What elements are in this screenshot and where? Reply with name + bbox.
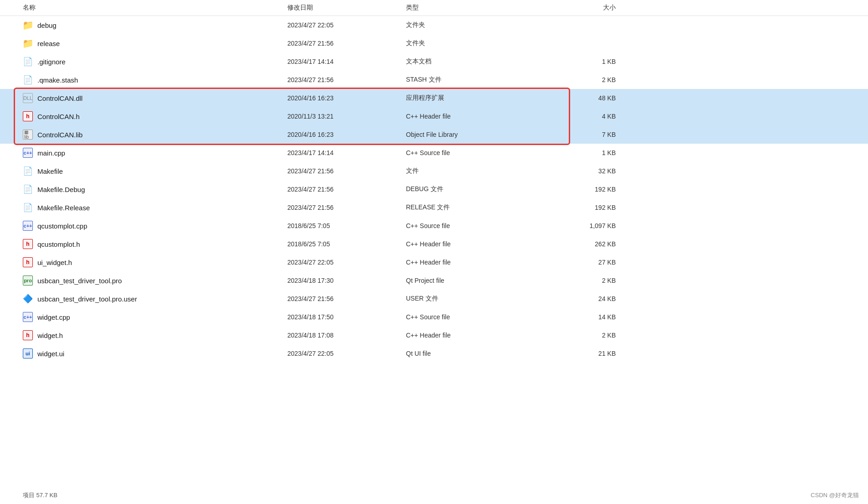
file-name: ui_widget.h [37, 259, 72, 266]
user-icon: 🔷 [23, 294, 33, 304]
file-size: 14 KB [534, 313, 625, 321]
table-row[interactable]: h widget.h 2023/4/18 17:08 C++ Header fi… [0, 326, 868, 344]
file-name-cell: 📄 Makefile.Release [23, 203, 287, 213]
file-size: 21 KB [534, 350, 625, 357]
file-size: 2 KB [534, 277, 625, 284]
file-name-cell: 📄 .gitignore [23, 57, 287, 67]
file-name-cell: h ControlCAN.h [23, 111, 287, 121]
table-row[interactable]: 📄 .gitignore 2023/4/17 14:14 文本文档 1 KB [0, 52, 868, 71]
file-name: .gitignore [37, 58, 66, 66]
file-name: release [37, 40, 60, 47]
h-icon: h [23, 111, 33, 121]
folder-icon: 📁 [23, 20, 33, 30]
generic-icon: 📄 [23, 57, 33, 67]
table-row[interactable]: 📄 Makefile.Debug 2023/4/27 21:56 DEBUG 文… [0, 180, 868, 198]
file-size: 24 KB [534, 295, 625, 302]
file-type: C++ Source file [406, 222, 534, 229]
table-row[interactable]: 🔷 usbcan_test_driver_tool.pro.user 2023/… [0, 290, 868, 308]
file-date: 2023/4/27 21:56 [287, 295, 406, 302]
col-header-date[interactable]: 修改日期 [287, 4, 406, 12]
file-size: 262 KB [534, 240, 625, 248]
item-count: 项目 57.7 KB [23, 492, 57, 499]
file-name-cell: 🔷 usbcan_test_driver_tool.pro.user [23, 294, 287, 304]
table-row[interactable]: h ControlCAN.h 2020/11/3 13:21 C++ Heade… [0, 107, 868, 125]
file-type: Qt Project file [406, 277, 534, 284]
table-row[interactable]: h qcustomplot.h 2018/6/25 7:05 C++ Heade… [0, 235, 868, 253]
file-size: 2 KB [534, 332, 625, 339]
table-row[interactable]: 📄 .qmake.stash 2023/4/27 21:56 STASH 文件 … [0, 71, 868, 89]
file-name: usbcan_test_driver_tool.pro.user [37, 295, 137, 303]
file-date: 2023/4/18 17:08 [287, 332, 406, 339]
file-date: 2023/4/27 21:56 [287, 186, 406, 193]
file-size: 32 KB [534, 167, 625, 175]
cpp-icon: c++ [23, 221, 33, 231]
table-row[interactable]: 📁 release 2023/4/27 21:56 文件夹 [0, 34, 868, 52]
file-name: debug [37, 21, 57, 29]
file-size: 48 KB [534, 94, 625, 102]
file-name-cell: h ui_widget.h [23, 257, 287, 267]
generic-icon: 📄 [23, 184, 33, 194]
h-icon: h [23, 239, 33, 249]
table-row[interactable]: DLL ControlCAN.dll 2020/4/16 16:23 应用程序扩… [0, 89, 868, 107]
file-name: .qmake.stash [37, 76, 78, 84]
file-name: Makefile.Release [37, 204, 90, 212]
table-row[interactable]: 📁 debug 2023/4/27 22:05 文件夹 [0, 16, 868, 34]
file-name: ControlCAN.dll [37, 94, 83, 102]
generic-icon: 📄 [23, 75, 33, 85]
file-name: Makefile [37, 167, 63, 175]
file-name-cell: 📄 .qmake.stash [23, 75, 287, 85]
file-type: Qt UI file [406, 350, 534, 357]
file-name-cell: 📁 release [23, 38, 287, 48]
generic-icon: 📄 [23, 203, 33, 213]
file-date: 2023/4/27 22:05 [287, 350, 406, 357]
file-date: 2023/4/27 21:56 [287, 40, 406, 47]
file-name: widget.h [37, 332, 63, 339]
table-row[interactable]: ▦ lib ControlCAN.lib 2020/4/16 16:23 Obj… [0, 125, 868, 144]
file-name-cell: ▦ lib ControlCAN.lib [23, 130, 287, 140]
file-name: widget.cpp [37, 313, 70, 321]
table-row[interactable]: c++ main.cpp 2023/4/17 14:14 C++ Source … [0, 144, 868, 162]
col-header-size[interactable]: 大小 [534, 4, 625, 12]
table-row[interactable]: 📄 Makefile.Release 2023/4/27 21:56 RELEA… [0, 198, 868, 217]
table-row[interactable]: ui widget.ui 2023/4/27 22:05 Qt UI file … [0, 344, 868, 363]
file-type: 文件夹 [406, 39, 534, 47]
file-name-cell: c++ main.cpp [23, 148, 287, 158]
table-row[interactable]: 📄 Makefile 2023/4/27 21:56 文件 32 KB [0, 162, 868, 180]
folder-icon: 📁 [23, 38, 33, 48]
file-name-cell: 📁 debug [23, 20, 287, 30]
file-date: 2020/4/16 16:23 [287, 131, 406, 138]
file-name: main.cpp [37, 149, 65, 157]
col-header-name[interactable]: 名称 [23, 4, 287, 12]
file-type: C++ Header file [406, 332, 534, 339]
file-name-cell: DLL ControlCAN.dll [23, 93, 287, 103]
table-row[interactable]: c++ qcustomplot.cpp 2018/6/25 7:05 C++ S… [0, 217, 868, 235]
h-icon: h [23, 330, 33, 340]
file-size: 2 KB [534, 76, 625, 83]
h-icon: h [23, 257, 33, 267]
generic-icon: 📄 [23, 166, 33, 176]
file-size: 192 KB [534, 204, 625, 211]
file-size: 1 KB [534, 58, 625, 65]
file-explorer: 名称 修改日期 类型 大小 📁 debug 2023/4/27 22:05 文件… [0, 0, 868, 504]
file-name: qcustomplot.h [37, 240, 80, 248]
file-size: 192 KB [534, 186, 625, 193]
footer-info: 项目 57.7 KB [23, 491, 57, 499]
table-row[interactable]: h ui_widget.h 2023/4/27 22:05 C++ Header… [0, 253, 868, 271]
table-row[interactable]: c++ widget.cpp 2023/4/18 17:50 C++ Sourc… [0, 308, 868, 326]
file-name-cell: ui widget.ui [23, 348, 287, 359]
file-type: DEBUG 文件 [406, 185, 534, 193]
file-name-cell: c++ widget.cpp [23, 312, 287, 322]
dll-icon: DLL [23, 93, 33, 103]
file-type: C++ Source file [406, 149, 534, 156]
file-date: 2023/4/27 22:05 [287, 259, 406, 266]
file-date: 2023/4/27 22:05 [287, 21, 406, 29]
file-size: 1 KB [534, 149, 625, 156]
file-name-cell: pro usbcan_test_driver_tool.pro [23, 275, 287, 286]
file-type: 应用程序扩展 [406, 94, 534, 102]
file-type: C++ Header file [406, 240, 534, 248]
file-date: 2023/4/27 21:56 [287, 167, 406, 175]
table-row[interactable]: pro usbcan_test_driver_tool.pro 2023/4/1… [0, 271, 868, 290]
file-name: usbcan_test_driver_tool.pro [37, 277, 122, 285]
file-type: RELEASE 文件 [406, 203, 534, 212]
col-header-type[interactable]: 类型 [406, 4, 534, 12]
